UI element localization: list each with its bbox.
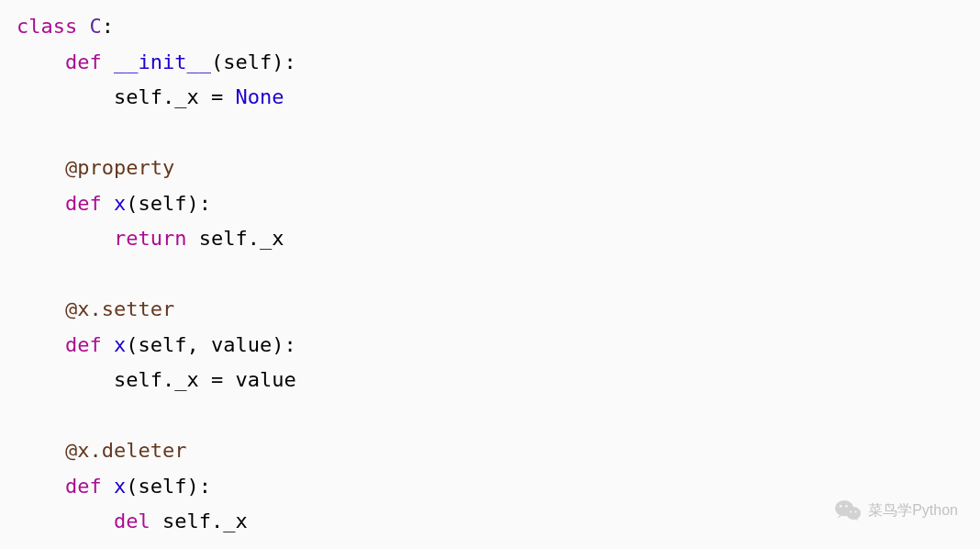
code-content: class C: def __init__(self): self._x = N…	[17, 15, 296, 532]
code-block: class C: def __init__(self): self._x = N…	[0, 0, 980, 549]
